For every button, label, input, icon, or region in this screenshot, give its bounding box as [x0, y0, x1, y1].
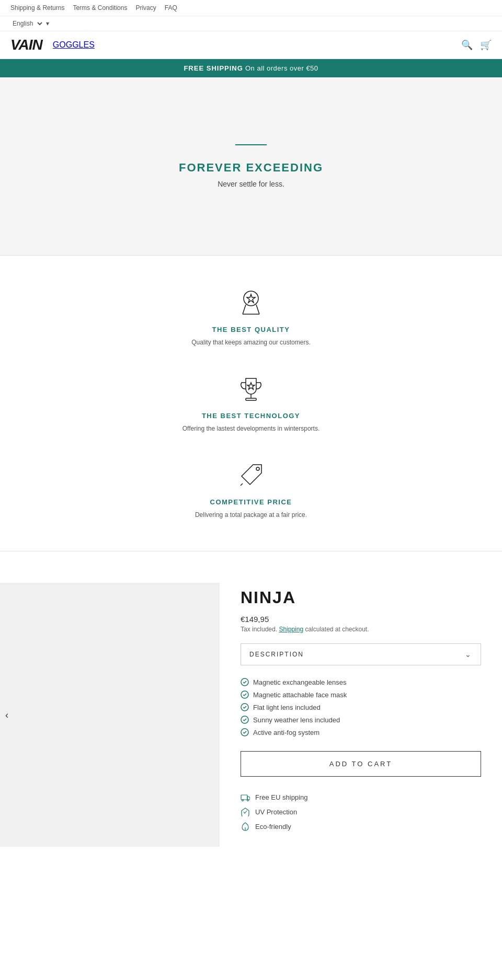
- product-tax-info: Tax included. Shipping calculated at che…: [241, 626, 481, 633]
- description-accordion[interactable]: DESCRIPTION ⌄: [241, 643, 481, 665]
- uv-protection-icon: [241, 807, 250, 816]
- list-item: Sunny weather lens included: [241, 713, 481, 726]
- cart-icon[interactable]: 🛒: [480, 39, 492, 51]
- svg-marker-1: [247, 294, 255, 303]
- nav-privacy[interactable]: Privacy: [135, 4, 156, 11]
- product-price: €149,95: [241, 615, 481, 624]
- svg-marker-7: [247, 383, 255, 389]
- tag-icon: [235, 459, 267, 491]
- feature-technology-title: THE BEST TECHNOLOGY: [202, 412, 300, 420]
- list-item: Free EU shipping: [241, 792, 481, 802]
- nav-terms-conditions[interactable]: Terms & Conditions: [73, 4, 127, 11]
- chevron-down-icon: ⌄: [465, 650, 472, 659]
- nav-goggles[interactable]: GOGGLES: [53, 40, 95, 49]
- hero-title: FOREVER EXCEEDING: [179, 161, 323, 175]
- benefits-list: Free EU shipping UV Protection Eco-frien…: [241, 792, 481, 831]
- product-image-area: ‹: [0, 583, 220, 847]
- list-item: Eco-friendly: [241, 822, 481, 831]
- check-circle-icon: [241, 716, 249, 724]
- list-item: Magnetic attachable face mask: [241, 688, 481, 701]
- nav-faq[interactable]: FAQ: [165, 4, 177, 11]
- accordion-label: DESCRIPTION: [249, 651, 304, 658]
- feature-quality-title: THE BEST QUALITY: [212, 326, 290, 333]
- list-item: Active anti-fog system: [241, 726, 481, 739]
- hero-section: FOREVER EXCEEDING Never settle for less.: [0, 77, 502, 255]
- language-bar: English Dutch German French ▾: [0, 16, 502, 31]
- svg-point-8: [256, 467, 259, 470]
- feature-price-desc: Delivering a total package at a fair pri…: [195, 510, 307, 520]
- add-to-cart-button[interactable]: ADD TO CART: [241, 751, 481, 777]
- feature-text: Magnetic attachable face mask: [253, 691, 347, 699]
- check-circle-icon: [241, 690, 249, 699]
- svg-point-16: [242, 800, 244, 801]
- nav-shipping-returns[interactable]: Shipping & Returns: [10, 4, 64, 11]
- tax-text: Tax included.: [241, 626, 277, 633]
- product-prev-icon[interactable]: ‹: [5, 709, 8, 720]
- list-item: UV Protection: [241, 807, 481, 816]
- search-icon[interactable]: 🔍: [461, 39, 473, 51]
- product-section: ‹ NINJA €149,95 Tax included. Shipping c…: [0, 551, 502, 878]
- feature-text: Flat light lens included: [253, 704, 321, 711]
- feature-technology: THE BEST TECHNOLOGY Offering the lastest…: [182, 373, 320, 433]
- feature-text: Sunny weather lens included: [253, 716, 340, 724]
- svg-point-17: [247, 800, 249, 801]
- top-nav: Shipping & Returns Terms & Conditions Pr…: [0, 0, 502, 16]
- accordion-header[interactable]: DESCRIPTION ⌄: [241, 644, 481, 665]
- list-item: Flat light lens included: [241, 701, 481, 713]
- check-circle-icon: [241, 678, 249, 686]
- language-selector[interactable]: English Dutch German French: [10, 19, 44, 28]
- product-details: NINJA €149,95 Tax included. Shipping cal…: [220, 583, 502, 847]
- benefit-text: UV Protection: [255, 808, 297, 816]
- list-item: Magnetic exchangeable lenses: [241, 676, 481, 688]
- benefit-text: Free EU shipping: [255, 793, 307, 801]
- check-circle-icon: [241, 703, 249, 711]
- hero-divider: [235, 144, 267, 145]
- shipping-banner: FREE SHIPPING On all orders over €50: [0, 59, 502, 77]
- check-circle-icon: [241, 728, 249, 736]
- trophy-icon: [235, 373, 267, 405]
- feature-text: Magnetic exchangeable lenses: [253, 678, 347, 686]
- svg-rect-15: [241, 795, 247, 800]
- feature-quality: THE BEST QUALITY Quality that keeps amaz…: [191, 287, 310, 347]
- feature-quality-desc: Quality that keeps amazing our customers…: [191, 338, 310, 347]
- shipping-banner-bold: FREE SHIPPING: [184, 64, 243, 72]
- header-icons: 🔍 🛒: [461, 39, 492, 51]
- feature-price: COMPETITIVE PRICE Delivering a total pac…: [195, 459, 307, 520]
- hero-subtitle: Never settle for less.: [218, 180, 284, 188]
- header-nav: GOGGLES: [53, 40, 95, 50]
- eco-friendly-icon: [241, 822, 250, 831]
- svg-rect-6: [246, 398, 256, 400]
- svg-line-3: [256, 305, 259, 314]
- site-logo[interactable]: VAIN: [10, 37, 42, 53]
- header: VAIN GOGGLES 🔍 🛒: [0, 31, 502, 59]
- shipping-link[interactable]: Shipping: [279, 626, 303, 633]
- feature-technology-desc: Offering the lastest developments in win…: [182, 424, 320, 433]
- benefit-text: Eco-friendly: [255, 823, 291, 831]
- shipping-banner-text: On all orders over €50: [243, 64, 318, 72]
- feature-text: Active anti-fog system: [253, 729, 320, 736]
- product-feature-list: Magnetic exchangeable lenses Magnetic at…: [241, 676, 481, 739]
- chevron-down-icon: ▾: [46, 20, 49, 27]
- award-icon: [235, 287, 267, 318]
- shipping-note: calculated at checkout.: [303, 626, 369, 633]
- features-section: THE BEST QUALITY Quality that keeps amaz…: [0, 256, 502, 551]
- shipping-icon: [241, 792, 250, 802]
- product-name: NINJA: [241, 588, 481, 607]
- svg-line-9: [241, 483, 243, 486]
- feature-price-title: COMPETITIVE PRICE: [210, 498, 292, 506]
- svg-line-2: [243, 305, 246, 314]
